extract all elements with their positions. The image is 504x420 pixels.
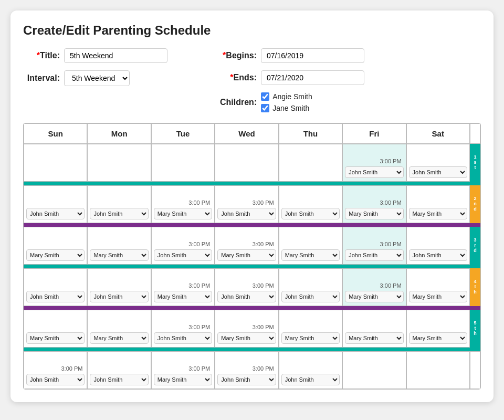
week5-tue-select[interactable]: John SmithMary SmithSmith Mary xyxy=(154,332,212,344)
weekx-mon-select[interactable]: John SmithMary SmithSmith Mary xyxy=(90,374,148,385)
interval-label: Interval: xyxy=(23,74,60,83)
week4-sun-select[interactable]: John SmithMary SmithSmith Mary xyxy=(26,291,85,302)
begins-row: *Begins: xyxy=(220,48,364,63)
week3-wed: 3:00 PM Mary SmithJohn SmithSmith Mary xyxy=(215,227,278,265)
header-thu: Thu xyxy=(279,123,342,144)
week5-sat-select[interactable]: Mary SmithJohn SmithSmith Mary xyxy=(409,332,467,344)
calendar-header: Sun Mon Tue Wed Thu Fri Sat xyxy=(24,123,480,144)
week5-thu: Mary SmithJohn SmithSmith Mary xyxy=(279,310,342,348)
week-extra-row: 3:00 PM John SmithMary SmithSmith Mary J… xyxy=(24,351,480,389)
week1-fri-time: 3:00 PM xyxy=(380,158,402,164)
weekx-mon: John SmithMary SmithSmith Mary xyxy=(87,351,151,389)
sep-purple-1 xyxy=(24,223,480,227)
title-input[interactable] xyxy=(64,48,167,63)
header-wed: Wed xyxy=(215,123,278,144)
week3-thu: Mary SmithJohn SmithSmith Mary xyxy=(279,227,342,265)
header-mon: Mon xyxy=(87,123,151,144)
week1-sat: John Smith Mary Smith Smith Mary xyxy=(406,144,470,182)
interval-select[interactable]: 5th Weekend xyxy=(64,70,130,86)
week4-thu: John SmithMary SmithSmith Mary xyxy=(279,268,342,306)
week5-wed: 3:00 PM Mary SmithJohn SmithSmith Mary xyxy=(215,310,278,348)
weekx-sun-select[interactable]: John SmithMary SmithSmith Mary xyxy=(26,374,85,385)
week1-thu xyxy=(279,144,342,182)
week2-mon-select[interactable]: John SmithMary SmithSmith Mary xyxy=(90,208,148,219)
weekx-wed-select[interactable]: John SmithMary SmithSmith Mary xyxy=(217,374,276,385)
weekx-fri xyxy=(342,351,406,389)
week2-sun-select[interactable]: John SmithMary SmithSmith Mary xyxy=(26,208,85,219)
week5-sat: Mary SmithJohn SmithSmith Mary xyxy=(406,310,470,348)
week4-fri: 3:00 PM Mary SmithJohn SmithSmith Mary xyxy=(342,268,406,306)
week2-wed: 3:00 PM John SmithMary SmithSmith Mary xyxy=(215,185,278,223)
week3-mon-select[interactable]: Mary SmithJohn SmithSmith Mary xyxy=(90,249,148,261)
begins-input[interactable] xyxy=(261,48,364,63)
week2-wed-select[interactable]: John SmithMary SmithSmith Mary xyxy=(217,208,276,219)
week5-fri-select[interactable]: Mary SmithJohn SmithSmith Mary xyxy=(345,332,403,344)
week1-sat-select[interactable]: John Smith Mary Smith Smith Mary xyxy=(409,166,467,178)
week2-thu: John SmithMary SmithSmith Mary xyxy=(279,185,342,223)
week4-tue-select[interactable]: Mary SmithJohn SmithSmith Mary xyxy=(154,291,212,302)
week4-wed-select[interactable]: John SmithMary SmithSmith Mary xyxy=(217,291,276,302)
main-card: Create/Edit Parenting Schedule *Title: I… xyxy=(10,10,494,402)
children-label: Children: xyxy=(220,98,257,107)
weekx-thu: John SmithMary SmithSmith Mary xyxy=(279,351,342,389)
week1-fri-select[interactable]: John Smith Mary Smith Smith Mary xyxy=(345,166,403,178)
week3-fri: 3:00 PM John SmithMary SmithSmith Mary xyxy=(342,227,406,265)
ends-row: *Ends: xyxy=(220,70,364,85)
week3-tue-select[interactable]: John SmithMary SmithSmith Mary xyxy=(154,249,212,261)
week4-mon-select[interactable]: John SmithMary SmithSmith Mary xyxy=(90,291,148,302)
week4-label: 4th xyxy=(470,268,480,306)
title-row: *Title: xyxy=(23,48,167,63)
week3-sun-select[interactable]: Mary SmithJohn SmithSmith Mary xyxy=(26,249,85,261)
week3-tue: 3:00 PM John SmithMary SmithSmith Mary xyxy=(151,227,215,265)
week1-label: 1st xyxy=(470,144,480,182)
child-row-1: Jane Smith xyxy=(261,104,312,112)
header-corner xyxy=(470,123,480,144)
week3-wed-select[interactable]: Mary SmithJohn SmithSmith Mary xyxy=(217,249,276,261)
week3-sat-select[interactable]: John SmithMary SmithSmith Mary xyxy=(409,249,467,261)
weekx-tue-select[interactable]: Mary SmithJohn SmithSmith Mary xyxy=(154,374,212,385)
week1-tue xyxy=(151,144,215,182)
header-tue: Tue xyxy=(151,123,215,144)
week3-fri-select[interactable]: John SmithMary SmithSmith Mary xyxy=(345,249,403,261)
form-right: *Begins: *Ends: Children: Angie Smith xyxy=(220,48,364,112)
calendar: Sun Mon Tue Wed Thu Fri Sat xyxy=(23,123,481,390)
child-checkbox-0[interactable] xyxy=(261,92,269,101)
week1-sun xyxy=(24,144,87,182)
ends-input[interactable] xyxy=(261,70,364,85)
week3-thu-select[interactable]: Mary SmithJohn SmithSmith Mary xyxy=(281,249,340,261)
sep-teal-3 xyxy=(24,348,480,351)
children-row: Children: Angie Smith Jane Smith xyxy=(220,92,364,112)
week2-fri-select[interactable]: Mary SmithJohn SmithSmith Mary xyxy=(345,208,403,219)
child-checkbox-1[interactable] xyxy=(261,104,269,112)
child-name-0: Angie Smith xyxy=(272,92,312,101)
week4-thu-select[interactable]: John SmithMary SmithSmith Mary xyxy=(281,291,340,302)
week2-sat-select[interactable]: Mary SmithJohn SmithSmith Mary xyxy=(409,208,467,219)
week-1-row: 3:00 PM John Smith Mary Smith Smith Mary… xyxy=(24,144,480,182)
week1-mon xyxy=(87,144,151,182)
weekx-thu-select[interactable]: John SmithMary SmithSmith Mary xyxy=(281,374,340,385)
week5-sun-select[interactable]: Mary SmithJohn SmithSmith Mary xyxy=(26,332,85,344)
week2-thu-select[interactable]: John SmithMary SmithSmith Mary xyxy=(281,208,340,219)
week5-fri: Mary SmithJohn SmithSmith Mary xyxy=(342,310,406,348)
week5-mon-select[interactable]: Mary SmithJohn SmithSmith Mary xyxy=(90,332,148,344)
week4-mon: John SmithMary SmithSmith Mary xyxy=(87,268,151,306)
weekx-wed: 3:00 PM John SmithMary SmithSmith Mary xyxy=(215,351,278,389)
week2-tue: 3:00 PM Mary SmithJohn SmithSmith Mary xyxy=(151,185,215,223)
week4-wed: 3:00 PM John SmithMary SmithSmith Mary xyxy=(215,268,278,306)
week3-sat: John SmithMary SmithSmith Mary xyxy=(406,227,470,265)
week5-label: 5th xyxy=(470,310,480,348)
week5-wed-select[interactable]: Mary SmithJohn SmithSmith Mary xyxy=(217,332,276,344)
week-extra: 3:00 PM John SmithMary SmithSmith Mary J… xyxy=(24,351,480,389)
week4-sat-select[interactable]: Mary SmithJohn SmithSmith Mary xyxy=(409,291,467,302)
week5-thu-select[interactable]: Mary SmithJohn SmithSmith Mary xyxy=(281,332,340,344)
week-3-row: Mary SmithJohn SmithSmith Mary Mary Smit… xyxy=(24,227,480,265)
week2-label: 2nd xyxy=(470,185,480,223)
sep-teal-2 xyxy=(24,265,480,268)
week4-fri-select[interactable]: Mary SmithJohn SmithSmith Mary xyxy=(345,291,403,302)
week2-sun: John SmithMary SmithSmith Mary xyxy=(24,185,87,223)
week-4: John SmithMary SmithSmith Mary John Smit… xyxy=(24,268,480,306)
week-2-row: John SmithMary SmithSmith Mary John Smit… xyxy=(24,185,480,223)
week5-sun: Mary SmithJohn SmithSmith Mary xyxy=(24,310,87,348)
child-row-0: Angie Smith xyxy=(261,92,312,101)
week2-tue-select[interactable]: Mary SmithJohn SmithSmith Mary xyxy=(154,208,212,219)
